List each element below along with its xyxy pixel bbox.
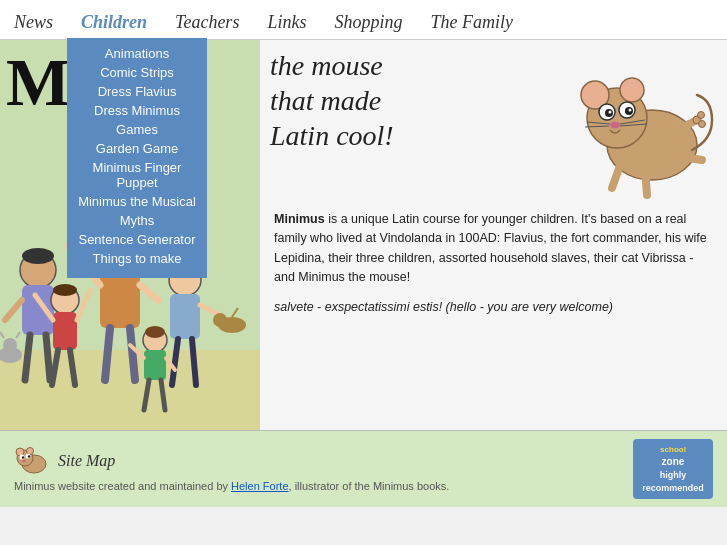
- nav-children-dropdown: Children Animations Comic Strips Dress F…: [67, 6, 161, 39]
- badge-school: school: [660, 444, 686, 455]
- svg-point-9: [3, 338, 17, 352]
- credit-suffix: , illustrator of the Minimus books.: [289, 480, 450, 492]
- description-paragraph: Minimus is a unique Latin course for you…: [274, 210, 707, 288]
- svg-line-20: [130, 328, 135, 380]
- latin-greeting: salvete - exspectatissimi estis! (hello …: [274, 298, 707, 317]
- svg-line-18: [140, 285, 158, 300]
- nav-shopping[interactable]: Shopping: [320, 6, 416, 39]
- sitemap-label[interactable]: Site Map: [58, 452, 115, 470]
- menu-games[interactable]: Games: [67, 120, 207, 139]
- credit-text: Minimus website created and maintained b…: [14, 480, 231, 492]
- menu-musical[interactable]: Minimus the Musical: [67, 192, 207, 211]
- school-badge[interactable]: school zone highly recommended: [633, 439, 713, 499]
- hero-tagline: the mouse that made Latin cool!: [270, 48, 394, 153]
- menu-things-to-make[interactable]: Things to make: [67, 249, 207, 268]
- nav-links[interactable]: Links: [253, 6, 320, 39]
- menu-garden-game[interactable]: Garden Game: [67, 139, 207, 158]
- navbar: News Children Animations Comic Strips Dr…: [0, 0, 727, 40]
- footer-credit: Minimus website created and maintained b…: [14, 480, 449, 492]
- sitemap-row: Site Map: [14, 446, 449, 476]
- nav-thefamily[interactable]: The Family: [416, 6, 527, 39]
- svg-line-19: [105, 328, 110, 380]
- svg-point-74: [22, 460, 26, 462]
- svg-line-7: [46, 335, 50, 380]
- svg-line-11: [16, 332, 20, 338]
- minimus-bold: Minimus: [274, 212, 325, 226]
- svg-point-47: [620, 78, 644, 102]
- svg-line-6: [25, 335, 30, 380]
- svg-point-65: [699, 121, 706, 128]
- svg-line-62: [645, 168, 647, 195]
- svg-point-72: [22, 456, 24, 458]
- svg-rect-23: [53, 312, 77, 350]
- description-text: is a unique Latin course for younger chi…: [274, 212, 707, 284]
- menu-sentence-generator[interactable]: Sentence Generator: [67, 230, 207, 249]
- menu-dress-flavius[interactable]: Dress Flavius: [67, 82, 207, 101]
- svg-point-52: [609, 111, 612, 114]
- svg-point-64: [698, 112, 705, 119]
- credit-link[interactable]: Helen Forte: [231, 480, 288, 492]
- footer: Site Map Minimus website created and mai…: [0, 430, 727, 507]
- svg-point-54: [610, 122, 620, 129]
- svg-point-53: [629, 109, 632, 112]
- svg-line-36: [192, 339, 196, 385]
- badge-zone: zone: [662, 455, 685, 469]
- svg-point-33: [213, 313, 227, 327]
- svg-line-25: [77, 290, 90, 320]
- svg-point-2: [22, 248, 54, 264]
- footer-left: Site Map Minimus website created and mai…: [14, 446, 449, 492]
- badge-highly: highly: [660, 469, 687, 482]
- mouse-illustration: [557, 40, 727, 210]
- svg-point-69: [27, 448, 34, 455]
- svg-rect-3: [22, 285, 54, 335]
- latin-text: salvete - exspectatissimi estis!: [274, 300, 442, 314]
- menu-dress-minimus[interactable]: Dress Minimus: [67, 101, 207, 120]
- latin-translation: (hello - you are very welcome): [446, 300, 613, 314]
- svg-line-60: [669, 155, 702, 160]
- svg-rect-39: [144, 350, 166, 380]
- svg-line-4: [5, 300, 22, 320]
- svg-line-34: [232, 308, 238, 317]
- svg-line-31: [200, 305, 220, 315]
- svg-rect-16: [100, 273, 140, 328]
- children-menu: Animations Comic Strips Dress Flavius Dr…: [67, 38, 207, 278]
- hero-right: the mouse that made Latin cool!: [260, 40, 727, 430]
- nav-news[interactable]: News: [0, 6, 67, 39]
- svg-point-38: [145, 326, 165, 338]
- tagline-line3: Latin cool!: [270, 120, 394, 151]
- menu-comic-strips[interactable]: Comic Strips: [67, 63, 207, 82]
- menu-myths[interactable]: Myths: [67, 211, 207, 230]
- svg-point-22: [53, 284, 77, 296]
- svg-line-10: [0, 332, 4, 338]
- tagline-line2: that made: [270, 85, 381, 116]
- nav-teachers[interactable]: Teachers: [161, 6, 253, 39]
- badge-recommended: recommended: [642, 482, 704, 495]
- menu-finger-puppet[interactable]: Minimus Finger Puppet: [67, 158, 207, 192]
- svg-point-73: [28, 455, 30, 457]
- svg-rect-30: [170, 294, 200, 339]
- menu-animations[interactable]: Animations: [67, 44, 207, 63]
- tagline-line1: the mouse: [270, 50, 383, 81]
- sitemap-mouse-icon: [14, 446, 50, 476]
- nav-children[interactable]: Children: [67, 6, 161, 39]
